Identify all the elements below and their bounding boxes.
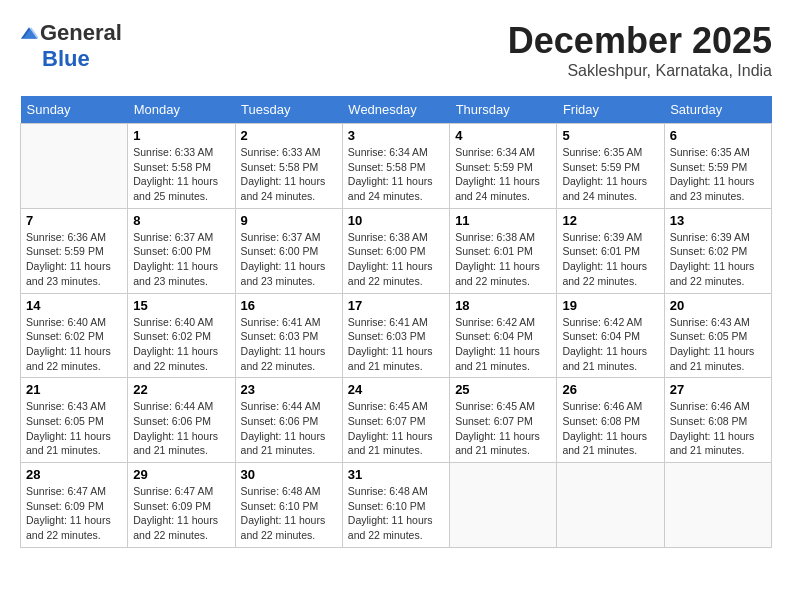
day-number: 28 [26, 467, 122, 482]
day-info: Sunrise: 6:41 AM Sunset: 6:03 PM Dayligh… [241, 315, 337, 374]
calendar-cell: 16Sunrise: 6:41 AM Sunset: 6:03 PM Dayli… [235, 293, 342, 378]
day-number: 24 [348, 382, 444, 397]
day-number: 5 [562, 128, 658, 143]
calendar-cell: 4Sunrise: 6:34 AM Sunset: 5:59 PM Daylig… [450, 124, 557, 209]
header-cell-thursday: Thursday [450, 96, 557, 124]
day-number: 19 [562, 298, 658, 313]
header-cell-wednesday: Wednesday [342, 96, 449, 124]
calendar-cell: 7Sunrise: 6:36 AM Sunset: 5:59 PM Daylig… [21, 208, 128, 293]
day-info: Sunrise: 6:45 AM Sunset: 6:07 PM Dayligh… [455, 399, 551, 458]
day-number: 26 [562, 382, 658, 397]
calendar: SundayMondayTuesdayWednesdayThursdayFrid… [20, 96, 772, 548]
calendar-cell [557, 463, 664, 548]
day-info: Sunrise: 6:33 AM Sunset: 5:58 PM Dayligh… [241, 145, 337, 204]
calendar-cell: 24Sunrise: 6:45 AM Sunset: 6:07 PM Dayli… [342, 378, 449, 463]
day-info: Sunrise: 6:39 AM Sunset: 6:01 PM Dayligh… [562, 230, 658, 289]
calendar-cell: 2Sunrise: 6:33 AM Sunset: 5:58 PM Daylig… [235, 124, 342, 209]
day-number: 8 [133, 213, 229, 228]
day-info: Sunrise: 6:48 AM Sunset: 6:10 PM Dayligh… [241, 484, 337, 543]
day-info: Sunrise: 6:40 AM Sunset: 6:02 PM Dayligh… [133, 315, 229, 374]
day-number: 29 [133, 467, 229, 482]
day-number: 4 [455, 128, 551, 143]
month-title: December 2025 [508, 20, 772, 62]
day-info: Sunrise: 6:38 AM Sunset: 6:00 PM Dayligh… [348, 230, 444, 289]
header: General Blue December 2025 Sakleshpur, K… [20, 20, 772, 80]
title-area: December 2025 Sakleshpur, Karnataka, Ind… [508, 20, 772, 80]
day-info: Sunrise: 6:47 AM Sunset: 6:09 PM Dayligh… [133, 484, 229, 543]
calendar-cell: 17Sunrise: 6:41 AM Sunset: 6:03 PM Dayli… [342, 293, 449, 378]
day-info: Sunrise: 6:36 AM Sunset: 5:59 PM Dayligh… [26, 230, 122, 289]
day-info: Sunrise: 6:42 AM Sunset: 6:04 PM Dayligh… [562, 315, 658, 374]
calendar-cell: 30Sunrise: 6:48 AM Sunset: 6:10 PM Dayli… [235, 463, 342, 548]
day-number: 25 [455, 382, 551, 397]
header-cell-tuesday: Tuesday [235, 96, 342, 124]
day-info: Sunrise: 6:47 AM Sunset: 6:09 PM Dayligh… [26, 484, 122, 543]
header-cell-sunday: Sunday [21, 96, 128, 124]
day-number: 10 [348, 213, 444, 228]
header-cell-friday: Friday [557, 96, 664, 124]
day-number: 23 [241, 382, 337, 397]
calendar-cell: 10Sunrise: 6:38 AM Sunset: 6:00 PM Dayli… [342, 208, 449, 293]
day-number: 12 [562, 213, 658, 228]
calendar-cell: 15Sunrise: 6:40 AM Sunset: 6:02 PM Dayli… [128, 293, 235, 378]
day-number: 6 [670, 128, 766, 143]
calendar-cell [664, 463, 771, 548]
day-info: Sunrise: 6:35 AM Sunset: 5:59 PM Dayligh… [670, 145, 766, 204]
calendar-header-row: SundayMondayTuesdayWednesdayThursdayFrid… [21, 96, 772, 124]
day-info: Sunrise: 6:37 AM Sunset: 6:00 PM Dayligh… [241, 230, 337, 289]
day-info: Sunrise: 6:44 AM Sunset: 6:06 PM Dayligh… [133, 399, 229, 458]
day-info: Sunrise: 6:41 AM Sunset: 6:03 PM Dayligh… [348, 315, 444, 374]
calendar-cell: 9Sunrise: 6:37 AM Sunset: 6:00 PM Daylig… [235, 208, 342, 293]
calendar-cell: 5Sunrise: 6:35 AM Sunset: 5:59 PM Daylig… [557, 124, 664, 209]
day-number: 13 [670, 213, 766, 228]
day-number: 11 [455, 213, 551, 228]
location-title: Sakleshpur, Karnataka, India [508, 62, 772, 80]
day-info: Sunrise: 6:46 AM Sunset: 6:08 PM Dayligh… [670, 399, 766, 458]
calendar-cell: 13Sunrise: 6:39 AM Sunset: 6:02 PM Dayli… [664, 208, 771, 293]
day-number: 22 [133, 382, 229, 397]
calendar-cell: 18Sunrise: 6:42 AM Sunset: 6:04 PM Dayli… [450, 293, 557, 378]
calendar-cell: 11Sunrise: 6:38 AM Sunset: 6:01 PM Dayli… [450, 208, 557, 293]
day-number: 30 [241, 467, 337, 482]
logo-blue: Blue [42, 46, 90, 72]
day-info: Sunrise: 6:43 AM Sunset: 6:05 PM Dayligh… [26, 399, 122, 458]
day-number: 31 [348, 467, 444, 482]
day-info: Sunrise: 6:34 AM Sunset: 5:59 PM Dayligh… [455, 145, 551, 204]
calendar-cell: 22Sunrise: 6:44 AM Sunset: 6:06 PM Dayli… [128, 378, 235, 463]
logo-icon [20, 24, 38, 42]
calendar-cell: 26Sunrise: 6:46 AM Sunset: 6:08 PM Dayli… [557, 378, 664, 463]
calendar-cell: 14Sunrise: 6:40 AM Sunset: 6:02 PM Dayli… [21, 293, 128, 378]
day-info: Sunrise: 6:44 AM Sunset: 6:06 PM Dayligh… [241, 399, 337, 458]
day-info: Sunrise: 6:48 AM Sunset: 6:10 PM Dayligh… [348, 484, 444, 543]
calendar-cell: 21Sunrise: 6:43 AM Sunset: 6:05 PM Dayli… [21, 378, 128, 463]
day-number: 21 [26, 382, 122, 397]
calendar-cell: 1Sunrise: 6:33 AM Sunset: 5:58 PM Daylig… [128, 124, 235, 209]
calendar-cell: 6Sunrise: 6:35 AM Sunset: 5:59 PM Daylig… [664, 124, 771, 209]
day-number: 2 [241, 128, 337, 143]
calendar-cell: 29Sunrise: 6:47 AM Sunset: 6:09 PM Dayli… [128, 463, 235, 548]
calendar-cell: 23Sunrise: 6:44 AM Sunset: 6:06 PM Dayli… [235, 378, 342, 463]
day-number: 20 [670, 298, 766, 313]
calendar-cell: 27Sunrise: 6:46 AM Sunset: 6:08 PM Dayli… [664, 378, 771, 463]
day-info: Sunrise: 6:38 AM Sunset: 6:01 PM Dayligh… [455, 230, 551, 289]
day-number: 14 [26, 298, 122, 313]
day-info: Sunrise: 6:37 AM Sunset: 6:00 PM Dayligh… [133, 230, 229, 289]
day-info: Sunrise: 6:40 AM Sunset: 6:02 PM Dayligh… [26, 315, 122, 374]
day-number: 27 [670, 382, 766, 397]
day-info: Sunrise: 6:33 AM Sunset: 5:58 PM Dayligh… [133, 145, 229, 204]
calendar-cell [450, 463, 557, 548]
day-info: Sunrise: 6:34 AM Sunset: 5:58 PM Dayligh… [348, 145, 444, 204]
day-number: 1 [133, 128, 229, 143]
calendar-cell: 28Sunrise: 6:47 AM Sunset: 6:09 PM Dayli… [21, 463, 128, 548]
calendar-cell: 19Sunrise: 6:42 AM Sunset: 6:04 PM Dayli… [557, 293, 664, 378]
calendar-cell [21, 124, 128, 209]
day-number: 16 [241, 298, 337, 313]
calendar-cell: 20Sunrise: 6:43 AM Sunset: 6:05 PM Dayli… [664, 293, 771, 378]
day-info: Sunrise: 6:46 AM Sunset: 6:08 PM Dayligh… [562, 399, 658, 458]
calendar-cell: 8Sunrise: 6:37 AM Sunset: 6:00 PM Daylig… [128, 208, 235, 293]
day-number: 7 [26, 213, 122, 228]
day-info: Sunrise: 6:43 AM Sunset: 6:05 PM Dayligh… [670, 315, 766, 374]
calendar-cell: 25Sunrise: 6:45 AM Sunset: 6:07 PM Dayli… [450, 378, 557, 463]
calendar-week-1: 1Sunrise: 6:33 AM Sunset: 5:58 PM Daylig… [21, 124, 772, 209]
calendar-cell: 3Sunrise: 6:34 AM Sunset: 5:58 PM Daylig… [342, 124, 449, 209]
